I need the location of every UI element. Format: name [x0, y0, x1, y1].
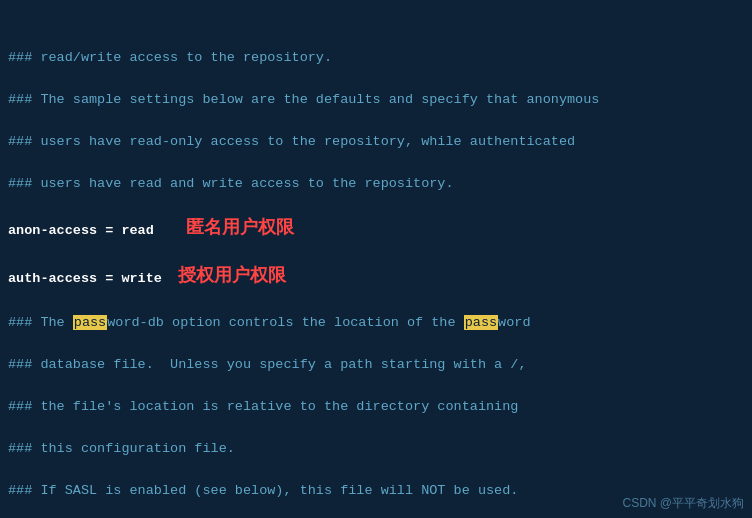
highlight-pass2: pass: [464, 315, 498, 330]
comment-text: ### users have read and write access to …: [8, 176, 454, 191]
line-4: ### users have read and write access to …: [8, 174, 744, 195]
line-7: ### The password-db option controls the …: [8, 313, 744, 334]
config-key: auth-access = write: [8, 271, 162, 286]
code-editor: ### read/write access to the repository.…: [0, 0, 752, 518]
line-8: ### database file. Unless you specify a …: [8, 355, 744, 376]
comment-text: ### The password-db option controls the …: [8, 315, 531, 330]
line-2: ### The sample settings below are the de…: [8, 90, 744, 111]
comment-text: ### this configuration file.: [8, 441, 235, 456]
line-3: ### users have read-only access to the r…: [8, 132, 744, 153]
comment-text: ### database file. Unless you specify a …: [8, 357, 526, 372]
comment-text: ### The sample settings below are the de…: [8, 92, 599, 107]
annotation-auth: 授权用户权限: [178, 262, 286, 290]
comment-text: ### users have read-only access to the r…: [8, 134, 575, 149]
line-5: anon-access = read 匿名用户权限: [8, 216, 744, 244]
line-1: ### read/write access to the repository.: [8, 48, 744, 69]
comment-text: ### If SASL is enabled (see below), this…: [8, 483, 518, 498]
line-9: ### the file's location is relative to t…: [8, 397, 744, 418]
comment-text: ### read/write access to the repository.: [8, 50, 332, 65]
watermark: CSDN @平平奇划水狗: [622, 495, 744, 512]
annotation-anon: 匿名用户权限: [186, 214, 294, 242]
line-6: auth-access = write 授权用户权限: [8, 264, 744, 292]
config-key: anon-access = read: [8, 222, 154, 237]
comment-text: ### the file's location is relative to t…: [8, 399, 518, 414]
line-10: ### this configuration file.: [8, 439, 744, 460]
highlight-pass1: pass: [73, 315, 107, 330]
